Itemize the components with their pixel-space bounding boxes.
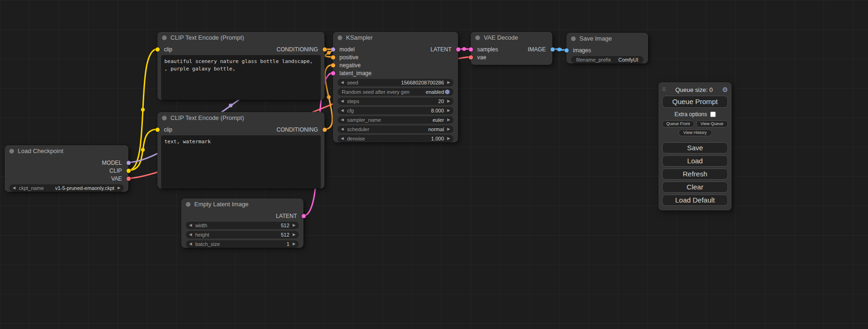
vae-output-port[interactable] (127, 176, 131, 181)
node-graph-canvas[interactable]: Load Checkpoint MODEL CLIP VAE ◀ ckpt_na… (0, 0, 868, 329)
collapse-dot-icon[interactable] (186, 202, 191, 207)
queue-front-button[interactable]: Queue Front (662, 120, 694, 127)
steps-widget[interactable]: ◀ steps 20 ▶ (338, 98, 453, 105)
save-button[interactable]: Save (662, 142, 728, 154)
decrement-arrow-icon[interactable]: ◀ (341, 127, 344, 131)
decrement-arrow-icon[interactable]: ◀ (189, 233, 192, 237)
input-label: clip (164, 126, 172, 133)
increment-arrow-icon[interactable]: ▶ (447, 81, 450, 84)
increment-arrow-icon[interactable]: ▶ (447, 118, 450, 122)
node-title-bar[interactable]: Empty Latent Image (181, 198, 303, 210)
increment-arrow-icon[interactable]: ▶ (293, 224, 296, 227)
widget-value: euler (432, 117, 444, 123)
node-title-bar[interactable]: VAE Decode (471, 32, 552, 43)
collapse-dot-icon[interactable] (571, 36, 576, 41)
extra-options-checkbox[interactable] (710, 112, 716, 117)
vae-input-port[interactable] (469, 55, 473, 59)
load-default-button[interactable]: Load Default (662, 195, 728, 206)
positive-prompt-textarea[interactable]: beautiful scenery nature glass bottle la… (161, 55, 321, 100)
collapse-dot-icon[interactable] (475, 35, 480, 40)
random-seed-toggle-widget[interactable]: Random seed after every gen enabled (338, 88, 453, 96)
decrement-arrow-icon[interactable]: ◀ (189, 224, 192, 227)
clear-button[interactable]: Clear (662, 182, 728, 193)
wire-midpoint-dot (557, 48, 561, 51)
model-output-port[interactable] (127, 161, 131, 165)
height-widget[interactable]: ◀ height 512 ▶ (186, 231, 299, 238)
increment-arrow-icon[interactable]: ▶ (293, 242, 296, 246)
node-save-image[interactable]: Save Image images filename_prefix ComfyU… (566, 33, 648, 63)
sampler-name-widget[interactable]: ◀ sampler_name euler ▶ (338, 116, 453, 124)
samples-input-port[interactable] (469, 47, 473, 51)
batch-size-widget[interactable]: ◀ batch_size 1 ▶ (186, 240, 299, 248)
input-label: negative (339, 62, 360, 69)
increment-arrow-icon[interactable]: ▶ (447, 137, 450, 140)
increment-arrow-icon[interactable]: ▶ (447, 109, 450, 112)
decrement-arrow-icon[interactable]: ◀ (341, 137, 344, 140)
conditioning-output-port[interactable] (323, 127, 327, 132)
decrement-arrow-icon[interactable]: ◀ (341, 118, 344, 122)
collapse-dot-icon[interactable] (338, 35, 342, 40)
load-button[interactable]: Load (662, 155, 728, 167)
image-output-port[interactable] (550, 47, 555, 51)
negative-prompt-textarea[interactable]: text, watermark (161, 135, 321, 189)
node-load-checkpoint[interactable]: Load Checkpoint MODEL CLIP VAE ◀ ckpt_na… (5, 145, 128, 192)
width-widget[interactable]: ◀ width 512 ▶ (186, 222, 299, 229)
node-clip-text-encode-positive[interactable]: CLIP Text Encode (Prompt) clip CONDITION… (157, 32, 325, 100)
increment-arrow-icon[interactable]: ▶ (447, 127, 450, 131)
collapse-dot-icon[interactable] (9, 149, 14, 154)
widget-value: 8.000 (431, 108, 444, 113)
clip-input-port[interactable] (155, 47, 160, 51)
clip-input-port[interactable] (155, 127, 160, 132)
cfg-widget[interactable]: ◀ cfg 8.000 ▶ (338, 107, 453, 114)
collapse-dot-icon[interactable] (162, 116, 167, 120)
positive-input-port[interactable] (331, 55, 335, 59)
settings-gear-icon[interactable]: ⚙ (722, 86, 728, 93)
node-title-bar[interactable]: KSampler (333, 32, 458, 43)
node-vae-decode[interactable]: VAE Decode samples IMAGE vae (471, 32, 552, 65)
view-queue-button[interactable]: View Queue (696, 120, 728, 127)
model-input-port[interactable] (331, 47, 335, 51)
node-ksampler[interactable]: KSampler model LATENT positive negative … (333, 32, 458, 142)
seed-widget[interactable]: ◀ seed 156680208700286 ▶ (338, 79, 453, 86)
scheduler-widget[interactable]: ◀ scheduler normal ▶ (338, 126, 453, 133)
node-title-bar[interactable]: Load Checkpoint (5, 145, 128, 157)
collapse-dot-icon[interactable] (162, 35, 167, 40)
node-title-bar[interactable]: Save Image (566, 33, 648, 44)
drag-handle-icon[interactable]: ⠿ (662, 87, 666, 93)
latent-output-port[interactable] (456, 47, 460, 51)
node-empty-latent-image[interactable]: Empty Latent Image LATENT ◀ width 512 ▶ … (181, 198, 303, 248)
widget-value: 1.000 (431, 136, 444, 141)
output-row-vae: VAE (5, 175, 128, 182)
queue-panel[interactable]: ⠿ Queue size: 0 ⚙ Queue Prompt Extra opt… (658, 82, 732, 210)
increment-arrow-icon[interactable]: ▶ (447, 99, 450, 103)
increment-arrow-icon[interactable]: ▶ (293, 233, 296, 237)
filename-prefix-widget[interactable]: filename_prefix ComfyUI (571, 56, 643, 63)
node-clip-text-encode-negative[interactable]: CLIP Text Encode (Prompt) clip CONDITION… (157, 112, 325, 189)
decrement-arrow-icon[interactable]: ◀ (341, 81, 344, 84)
decrement-arrow-icon[interactable]: ◀ (13, 186, 15, 190)
images-input-port[interactable] (565, 48, 569, 52)
view-history-row: View History (662, 129, 728, 136)
queue-prompt-button[interactable]: Queue Prompt (662, 96, 728, 108)
decrement-arrow-icon[interactable]: ◀ (341, 99, 344, 103)
view-history-button[interactable]: View History (678, 129, 712, 136)
ckpt-name-widget[interactable]: ◀ ckpt_name v1-5-pruned-emaonly.ckpt ▶ (9, 184, 124, 192)
latent-output-port[interactable] (302, 214, 306, 218)
extra-options-label: Extra options (674, 111, 707, 118)
latent-image-input-port[interactable] (331, 71, 335, 75)
negative-input-port[interactable] (331, 63, 335, 67)
input-label: positive (339, 54, 359, 61)
refresh-button[interactable]: Refresh (662, 168, 728, 180)
queue-panel-header: ⠿ Queue size: 0 ⚙ (662, 85, 728, 94)
widget-value: 1 (287, 241, 289, 247)
conditioning-output-port[interactable] (323, 47, 327, 51)
node-title-bar[interactable]: CLIP Text Encode (Prompt) (157, 32, 325, 43)
increment-arrow-icon[interactable]: ▶ (118, 186, 120, 190)
clip-output-port[interactable] (127, 168, 131, 173)
widget-value: 512 (281, 232, 289, 238)
decrement-arrow-icon[interactable]: ◀ (189, 242, 192, 246)
toggle-dot-icon[interactable] (445, 90, 450, 94)
decrement-arrow-icon[interactable]: ◀ (341, 109, 344, 112)
node-title-bar[interactable]: CLIP Text Encode (Prompt) (157, 112, 325, 124)
denoise-widget[interactable]: ◀ denoise 1.000 ▶ (338, 135, 453, 142)
